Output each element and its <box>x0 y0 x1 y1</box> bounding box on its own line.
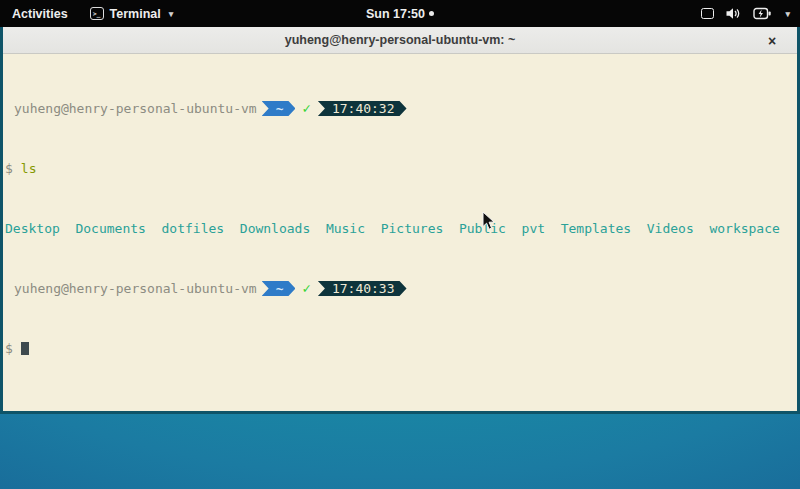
top-bar: Activities >_ Terminal ▾ Sun 17:50 ▾ <box>0 0 800 27</box>
prompt-symbol: $ <box>5 341 13 356</box>
prompt-cwd-segment: ~ <box>262 101 296 116</box>
chevron-down-icon: ▾ <box>169 9 174 19</box>
prompt-cwd-segment: ~ <box>262 281 296 296</box>
activities-label: Activities <box>12 7 68 21</box>
status-check-icon: ✓ <box>302 101 310 116</box>
prompt-symbol: $ <box>5 161 13 176</box>
command-line: $ ls <box>5 161 795 176</box>
volume-icon <box>725 7 742 20</box>
top-bar-left: Activities >_ Terminal ▾ <box>0 0 183 27</box>
app-menu-label: Terminal <box>110 7 161 21</box>
activities-button[interactable]: Activities <box>0 0 80 27</box>
prompt-time-segment: 17:40:33 <box>318 281 407 296</box>
chevron-down-icon: ▾ <box>785 9 790 19</box>
prompt-line-2: yuheng@henry-personal-ubuntu-vm ~ ✓ 17:4… <box>5 281 795 296</box>
window-title: yuheng@henry-personal-ubuntu-vm: ~ <box>3 33 797 47</box>
display-icon <box>701 8 714 19</box>
prompt-user-host: yuheng@henry-personal-ubuntu-vm <box>14 281 257 296</box>
battery-charging-icon <box>753 7 772 20</box>
prompt-user-host: yuheng@henry-personal-ubuntu-vm <box>14 101 257 116</box>
status-check-icon: ✓ <box>302 281 310 296</box>
clock-label: Sun 17:50 <box>366 7 425 21</box>
ls-output: Desktop Documents dotfiles Downloads Mus… <box>5 221 795 236</box>
prompt-time-segment: 17:40:32 <box>318 101 407 116</box>
terminal-window: yuheng@henry-personal-ubuntu-vm: ~ × yuh… <box>0 27 800 414</box>
terminal-content[interactable]: yuheng@henry-personal-ubuntu-vm ~ ✓ 17:4… <box>3 54 797 411</box>
window-title-bar[interactable]: yuheng@henry-personal-ubuntu-vm: ~ × <box>3 27 797 54</box>
input-line: $ <box>5 341 795 356</box>
prompt-line-1: yuheng@henry-personal-ubuntu-vm ~ ✓ 17:4… <box>5 101 795 116</box>
system-tray[interactable]: ▾ <box>691 0 800 27</box>
close-button[interactable]: × <box>761 27 783 54</box>
command-text: ls <box>21 161 37 176</box>
terminal-cursor <box>21 342 29 355</box>
notification-dot-icon <box>429 11 434 16</box>
mouse-pointer-icon <box>482 211 496 231</box>
terminal-icon: >_ <box>90 7 104 20</box>
app-menu-terminal[interactable]: >_ Terminal ▾ <box>80 0 184 27</box>
